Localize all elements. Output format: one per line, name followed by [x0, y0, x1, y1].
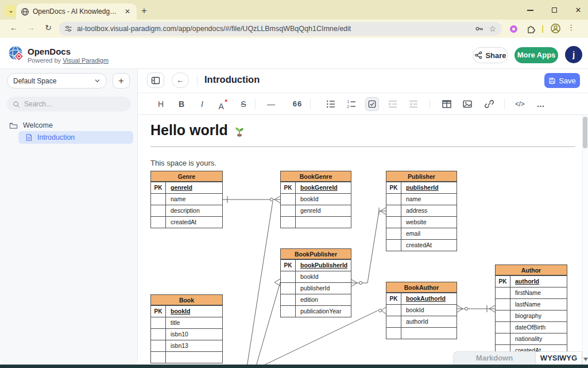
erd-pk-cell [281, 283, 296, 294]
erd-field-cell: name [166, 194, 222, 205]
blockquote-button[interactable]: 66 [291, 97, 304, 111]
editor-content[interactable]: Hello world This space is yours. [138, 115, 582, 365]
space-selector-dropdown[interactable]: Default Space [7, 73, 107, 89]
erd-row: bookId [281, 193, 351, 205]
window-maximize-button[interactable] [546, 5, 563, 16]
erd-pk-cell [386, 205, 401, 216]
sidebar-item-introduction[interactable]: Introduction [18, 131, 133, 144]
address-bar[interactable]: ai-toolbox.visual-paradigm.com/app/opend… [59, 22, 502, 36]
erd-pk-cell: PK [281, 260, 296, 271]
browser-back-button[interactable]: ← [7, 23, 21, 34]
tab-close-icon[interactable]: ✕ [123, 7, 132, 16]
toolbar-divider [255, 99, 256, 109]
erd-pk-cell [281, 294, 296, 305]
erd-row: isbn10 [151, 328, 222, 340]
erd-field-cell: authorId [510, 276, 567, 287]
extensions-puzzle-icon[interactable] [526, 24, 536, 34]
scrollbar-down-arrow-icon[interactable] [583, 358, 588, 361]
link-button[interactable] [482, 97, 496, 111]
image-icon [463, 99, 472, 109]
site-settings-tune-icon[interactable] [64, 25, 72, 33]
code-button[interactable]: </> [513, 97, 527, 111]
erd-pk-cell [151, 317, 166, 328]
toolbar-more-button[interactable]: … [534, 97, 548, 111]
user-avatar[interactable]: j [565, 46, 582, 63]
strikethrough-button[interactable]: S [237, 97, 250, 111]
erd-row: PKauthorId [496, 275, 567, 287]
erd-field-cell: lastName [510, 299, 567, 310]
window-close-button[interactable]: ✕ [570, 5, 587, 16]
table-button[interactable] [440, 97, 454, 111]
erd-row: authorId [386, 316, 457, 327]
erd-pk-cell [281, 217, 296, 228]
tab-search-chevron-icon[interactable]: ⌄ [5, 5, 17, 17]
erd-field-cell: nationality [510, 334, 567, 344]
italic-button[interactable]: I [195, 97, 209, 111]
content-scrollbar[interactable] [582, 115, 588, 365]
extension-ring-icon[interactable] [510, 25, 517, 33]
profile-avatar-icon[interactable] [550, 23, 561, 34]
browser-tab[interactable]: OpenDocs - AI Knowledge Base ✕ [16, 3, 137, 20]
sidebar-item-label: Welcome [23, 121, 53, 129]
bullet-list-button[interactable] [324, 97, 338, 111]
indent-button[interactable] [386, 97, 400, 111]
new-tab-button[interactable]: + [141, 5, 147, 17]
erd-field-cell: dateOfBirth [510, 322, 567, 333]
erd-pk-cell [496, 288, 510, 298]
erd-pk-cell: PK [386, 182, 401, 193]
erd-field-cell [401, 328, 457, 339]
task-list-button[interactable] [365, 97, 379, 111]
toolbar-divider [430, 99, 430, 109]
numbered-list-icon: 1 2 [347, 99, 356, 109]
powered-by-prefix: Powered by [28, 57, 63, 64]
share-button[interactable]: Share [473, 47, 508, 63]
erd-field-cell: genreId [296, 205, 351, 216]
search-input[interactable] [24, 100, 116, 108]
checkbox-icon [368, 100, 376, 108]
svg-text:2: 2 [347, 105, 350, 109]
erd-table-publisher: PublisherPKpublisherIdnameaddresswebsite… [386, 171, 457, 251]
erd-table-genre: GenrePKgenreIdnamedescriptioncreatedAt [150, 171, 223, 228]
font-color-glyph: A [219, 102, 224, 111]
erd-row: publisherId [281, 282, 351, 294]
bold-button[interactable]: B [175, 97, 188, 111]
page-title: Introduction [204, 74, 260, 85]
document-icon [25, 133, 33, 141]
outdent-button[interactable] [407, 97, 420, 111]
tab-favicon-globe-icon [21, 7, 29, 16]
erd-field-cell: publicationYear [296, 306, 351, 317]
erd-pk-cell [386, 240, 401, 251]
browser-menu-icon[interactable]: ⋮ [567, 23, 575, 32]
search-box[interactable] [7, 97, 131, 112]
erd-pk-cell [386, 228, 401, 239]
erd-table-bookpublisher: BookPublisherPKbookPublisherIdbookIdpubl… [280, 248, 351, 317]
tab-wysiwyg[interactable]: WYSIWYG [536, 351, 582, 365]
erd-row: description [151, 205, 222, 216]
browser-forward-button[interactable]: → [24, 23, 38, 34]
add-space-button[interactable]: + [113, 73, 130, 89]
erd-field-cell: createdAt [166, 217, 222, 228]
collapse-sidebar-button[interactable] [147, 72, 164, 88]
numbered-list-button[interactable]: 1 2 [345, 97, 358, 111]
image-button[interactable] [461, 97, 474, 111]
scrollbar-thumb[interactable] [583, 117, 587, 148]
erd-row: address [386, 205, 457, 216]
save-button[interactable]: Save [544, 73, 580, 88]
font-color-button[interactable]: A● [216, 97, 230, 111]
window-minimize-button[interactable] [521, 5, 539, 16]
sidebar-item-welcome[interactable]: Welcome [9, 120, 130, 131]
heading-button[interactable]: H [154, 97, 168, 111]
visual-paradigm-link[interactable]: Visual Paradigm [63, 57, 109, 64]
erd-row: PKbookPublisherId [281, 259, 351, 271]
svg-text:1: 1 [347, 99, 350, 103]
more-apps-button[interactable]: More Apps [514, 47, 558, 63]
table-icon [442, 99, 451, 109]
erd-pk-cell [151, 340, 166, 351]
tab-markdown[interactable]: Markdown [453, 351, 536, 365]
erd-field-cell: website [401, 217, 457, 228]
horizontal-rule-button[interactable]: — [264, 97, 278, 111]
back-button[interactable]: ← [172, 72, 189, 88]
bookmark-star-icon[interactable]: ☆ [489, 25, 496, 33]
password-key-icon[interactable] [475, 24, 484, 33]
browser-reload-button[interactable]: ↻ [41, 23, 55, 34]
